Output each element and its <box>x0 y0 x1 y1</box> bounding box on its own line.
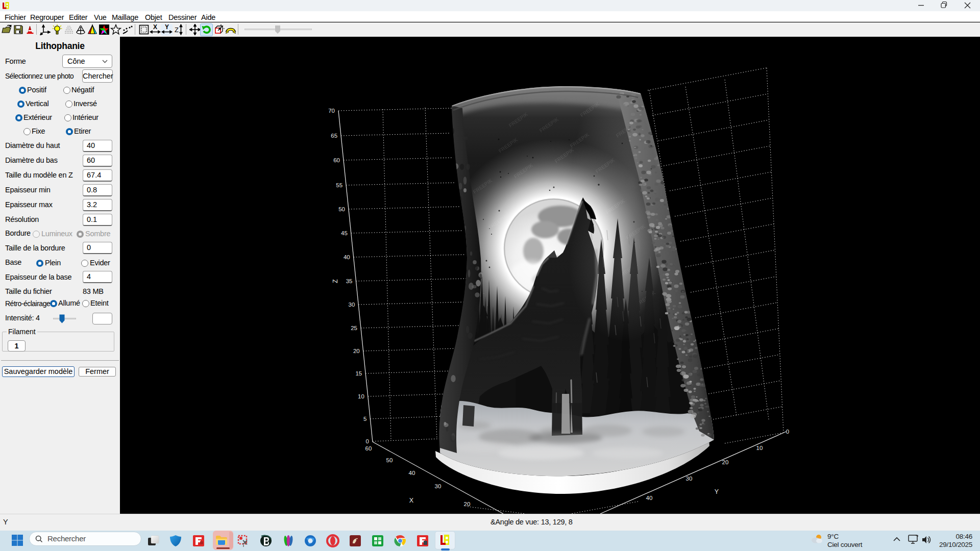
svg-text:X: X <box>153 24 157 31</box>
svg-text:0: 0 <box>786 429 789 435</box>
svg-text:55: 55 <box>336 182 342 188</box>
svg-text:Z: Z <box>175 26 179 34</box>
svg-text:20: 20 <box>722 459 729 465</box>
svg-text:0: 0 <box>366 438 369 444</box>
svg-text:30: 30 <box>686 475 693 482</box>
svg-text:35: 35 <box>346 278 353 284</box>
svg-text:50: 50 <box>386 457 393 463</box>
svg-text:10: 10 <box>756 445 763 451</box>
svg-text:65: 65 <box>331 133 337 139</box>
svg-text:50: 50 <box>338 206 345 212</box>
svg-text:40: 40 <box>646 495 653 501</box>
svg-text:40: 40 <box>409 470 415 476</box>
svg-text:Y: Y <box>165 24 169 31</box>
svg-text:15: 15 <box>355 370 362 377</box>
svg-text:45: 45 <box>341 230 348 236</box>
svg-text:Y: Y <box>715 488 719 495</box>
svg-text:70: 70 <box>328 108 335 114</box>
svg-text:X: X <box>409 497 414 504</box>
svg-text:60: 60 <box>365 445 372 452</box>
svg-text:25: 25 <box>351 325 357 331</box>
svg-text:30: 30 <box>435 483 442 489</box>
svg-text:20: 20 <box>464 501 471 507</box>
svg-text:60: 60 <box>333 157 340 163</box>
svg-text:5: 5 <box>363 416 366 422</box>
svg-text:10: 10 <box>358 393 364 399</box>
svg-text:Z: Z <box>332 279 339 283</box>
svg-text:20: 20 <box>353 348 360 354</box>
svg-text:30: 30 <box>349 302 355 308</box>
svg-text:40: 40 <box>344 254 350 260</box>
